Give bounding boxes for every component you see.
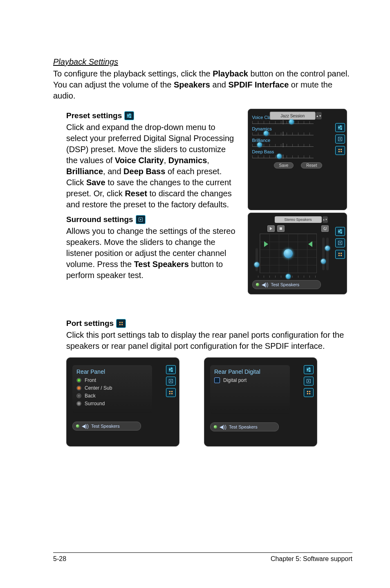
surround-settings-label: Surround settings (66, 215, 133, 224)
svg-point-11 (341, 128, 342, 130)
jack-black-icon (76, 393, 81, 398)
svg-point-58 (308, 381, 309, 382)
svg-marker-34 (325, 227, 327, 228)
speaker-config-dropdown[interactable]: Stereo Speakers ▲▼ (275, 216, 322, 223)
rear-panel: Rear Panel Front Center / Sub Back Surro… (66, 357, 179, 447)
port-label: Center / Sub (85, 385, 112, 391)
rear-panel-title: Rear Panel (76, 368, 148, 375)
tab-surround-icon[interactable] (166, 377, 176, 386)
intro-text: To configure the playback settings, clic… (53, 69, 213, 78)
status-led-icon (256, 283, 259, 286)
right-volume-slider-1[interactable] (322, 238, 325, 270)
chapter-label: Chapter 5: Software support (271, 555, 352, 563)
svg-point-42 (169, 369, 170, 370)
speaker-right-icon (308, 241, 312, 247)
svg-point-5 (130, 117, 131, 118)
left-volume-slider[interactable] (256, 248, 258, 271)
jack-green-icon (76, 378, 81, 383)
preset-c2: , (207, 156, 209, 165)
port-back[interactable]: Back (76, 393, 148, 399)
sound-icon: ◀)) (82, 423, 89, 429)
surround-settings-heading: Surround settings (66, 215, 238, 224)
svg-point-56 (309, 370, 310, 372)
svg-point-9 (338, 127, 339, 128)
preset-db: Deep Bass (123, 167, 165, 176)
intro-playback-bold: Playback (213, 69, 248, 78)
slider-label: Deep Bass (252, 149, 344, 154)
tab-preset-icon[interactable] (335, 123, 345, 132)
slider-thumb[interactable] (264, 131, 269, 136)
slider-brilliance[interactable]: Brilliance (252, 138, 344, 147)
svg-point-59 (307, 391, 309, 393)
stepper-icon[interactable]: ▲▼ (323, 216, 328, 223)
svg-point-49 (169, 393, 171, 395)
speaker-left-icon (264, 241, 268, 247)
svg-point-61 (307, 393, 309, 395)
tab-port-icon[interactable] (304, 388, 314, 397)
tab-surround-icon[interactable] (304, 377, 314, 386)
test-speakers-button[interactable]: ◀)) Test Speakers (252, 280, 321, 289)
listener-position[interactable] (284, 249, 293, 258)
rear-panel-digital: Rear Panel Digital Digital port ◀)) Test… (204, 357, 317, 447)
preset-settings-label: Preset settings (66, 111, 122, 120)
slider-label: Brilliance (252, 138, 344, 143)
slider-thumb[interactable] (277, 154, 282, 159)
port-label: Front (85, 377, 96, 383)
center-channel-slider[interactable] (258, 276, 319, 278)
status-led-icon (214, 425, 217, 429)
port-center-sub[interactable]: Center / Sub (76, 385, 148, 391)
play-icon[interactable] (267, 225, 275, 232)
slider-thumb[interactable] (286, 274, 291, 279)
save-button[interactable]: Save (274, 162, 294, 168)
svg-point-37 (119, 324, 121, 325)
slider-dynamics[interactable]: Dynamics (252, 126, 344, 135)
right-volume-slider-2[interactable] (326, 238, 329, 270)
port-surround[interactable]: Surround (76, 401, 148, 406)
preset-bri: Brilliance (66, 167, 103, 176)
slider-thumb[interactable] (257, 142, 262, 147)
listener-grid[interactable] (260, 233, 317, 273)
intro-and: and (210, 80, 228, 89)
tab-surround-icon[interactable] (335, 135, 345, 144)
svg-point-48 (171, 391, 173, 393)
status-led-icon (76, 424, 79, 428)
preset-dropdown-label: Jazz Session (280, 114, 305, 118)
preset-vc: Voice Clarity (115, 156, 164, 165)
reset-button[interactable]: Reset (301, 162, 322, 168)
sound-icon: ◀)) (220, 424, 226, 430)
test-speakers-label: Test Speakers (271, 282, 300, 287)
svg-point-7 (340, 126, 341, 127)
surround-settings-body: Allows you to change the settings of the… (66, 226, 238, 281)
tab-preset-icon[interactable] (166, 365, 176, 374)
preset-settings-icon[interactable] (124, 111, 134, 120)
slider-deep-bass[interactable]: Deep Bass (252, 149, 344, 158)
test-speakers-label: Test Speakers (229, 424, 258, 429)
stepper-icon[interactable]: ▲▼ (316, 112, 322, 119)
port-settings-label: Port settings (66, 319, 114, 328)
jack-grey-icon (76, 401, 81, 406)
svg-point-23 (338, 231, 339, 232)
test-speakers-label: Test Speakers (91, 424, 120, 429)
surround-panel: Stereo Speakers ▲▼ (248, 213, 347, 294)
slider-thumb[interactable] (289, 119, 294, 124)
port-digital[interactable]: Digital port (214, 377, 286, 383)
reset-position-icon[interactable] (321, 225, 329, 232)
svg-point-13 (339, 139, 341, 140)
svg-point-1 (130, 114, 131, 115)
test-speakers-button[interactable]: ◀)) Test Speakers (72, 422, 141, 431)
intro-spdif-bold: SPDIF Interface (228, 80, 289, 89)
svg-point-16 (338, 151, 340, 153)
stop-icon[interactable] (277, 225, 285, 232)
preset-dropdown[interactable]: Jazz Session ▲▼ (270, 112, 316, 120)
tab-port-icon[interactable] (335, 146, 345, 155)
svg-point-14 (338, 149, 340, 150)
surround-settings-icon[interactable] (136, 215, 146, 224)
test-speakers-button[interactable]: ◀)) Test Speakers (210, 422, 279, 431)
tab-preset-icon[interactable] (304, 365, 314, 374)
tab-port-icon[interactable] (166, 388, 176, 397)
port-settings-icon[interactable] (116, 319, 126, 328)
port-settings-heading: Port settings (66, 319, 352, 328)
svg-point-62 (309, 393, 311, 395)
port-label: Surround (85, 401, 105, 406)
port-front[interactable]: Front (76, 377, 148, 383)
